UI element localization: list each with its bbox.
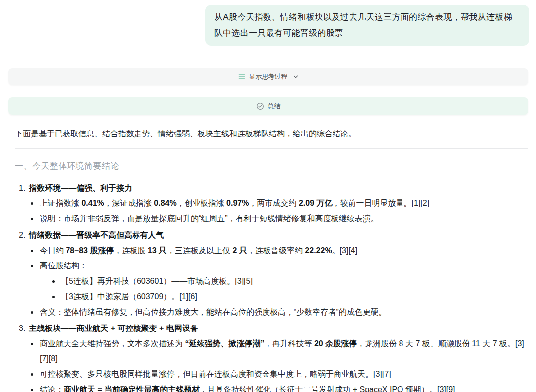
circled-check-icon — [256, 102, 264, 110]
list-item: 1.指数环境——偏强、利于接力上证指数涨 0.41%，深证成指涨 0.84%，创… — [15, 180, 528, 226]
bold-text: 13 只 — [148, 246, 167, 255]
list-item-number: 3. — [19, 324, 25, 332]
bullet-item: 说明：市场并非弱反弹，而是放量探底回升的“红周五”，有利于短线情绪修复和高度板继… — [40, 211, 528, 226]
bold-text: 0.84% — [154, 199, 176, 207]
sub-bullet-list: 【5连板】再升科技（603601）——市场高度板。[3][5]【3连板】中源家居… — [40, 274, 528, 304]
list-item-heading: 1.指数环境——偏强、利于接力 — [19, 180, 528, 196]
bullet-item: 商业航天全天维持强势，文本多次描述为 “延续强势、掀涨停潮”，再升科技等 20 … — [40, 336, 528, 366]
text: ，深证成指涨 — [104, 199, 154, 207]
text: 【5连板】再升科技（603601）——市场高度板。[3][5] — [61, 277, 253, 285]
show-thinking-label: 显示思考过程 — [249, 72, 288, 81]
text: ，连板股 — [114, 246, 147, 255]
bold-text: 22.22% — [305, 246, 332, 255]
text: ，较前一日明显放量。[1][2] — [333, 199, 430, 207]
user-message-text: 从A股今天指数、情绪和板块以及过去几天这三方面的综合表现，帮我从连板梯队中选出一… — [214, 12, 512, 38]
list-item-heading: 3.主线板块——商业航天 + 可控核聚变 + 电网设备 — [19, 321, 528, 336]
bullet-item: 今日约 78–83 股涨停，连板股 13 只，三连板及以上仅 2 只，连板晋级率… — [40, 243, 528, 258]
bullet-list: 上证指数涨 0.41%，深证成指涨 0.84%，创业板指涨 0.97%，两市成交… — [19, 196, 528, 226]
bullet-item: 可控核聚变、多只核电股同样批量涨停，但目前在连板高度和资金集中度上，略弱于商业航… — [40, 367, 528, 382]
text: ，两市成交约 — [249, 199, 298, 207]
bold-text: 20 余股涨停 — [314, 339, 357, 348]
text: ，三连板及以上仅 — [167, 246, 232, 255]
show-thinking-toggle[interactable]: 显示思考过程 — [8, 68, 528, 85]
bold-text: 0.97% — [226, 199, 249, 207]
text: ，连板晋级率约 — [247, 246, 305, 255]
text: 。[3][4] — [332, 246, 358, 255]
text: 可控核聚变、多只核电股同样批量涨停，但目前在连板高度和资金集中度上，略弱于商业航… — [40, 370, 391, 378]
text: ，且具备持续性催化（长征十二号发射成功 + SpaceX IPO 预期）。[3]… — [200, 385, 455, 392]
text: 含义：整体情绪虽有修复，但高位接力难度大，能站在高位的强度极高，“少数幸存者”的… — [40, 308, 387, 316]
list-item: 3.主线板块——商业航天 + 可控核聚变 + 电网设备商业航天全天维持强势，文本… — [15, 321, 528, 392]
text: 【3连板】中源家居（603709）。[1][6] — [61, 292, 197, 301]
bullet-list: 商业航天全天维持强势，文本多次描述为 “延续强势、掀涨停潮”，再升科技等 20 … — [19, 336, 528, 392]
list-item-heading: 2.情绪数据——晋级率不高但高标有人气 — [19, 227, 528, 243]
bold-text: 0.41% — [81, 199, 104, 207]
bullet-list: 今日约 78–83 股涨停，连板股 13 只，三连板及以上仅 2 只，连板晋级率… — [19, 243, 528, 320]
user-message-bubble: 从A股今天指数、情绪和板块以及过去几天这三方面的综合表现，帮我从连板梯队中选出一… — [205, 5, 529, 46]
bullet-item: 上证指数涨 0.41%，深证成指涨 0.84%，创业板指涨 0.97%，两市成交… — [40, 196, 528, 211]
text: 今日约 — [40, 246, 66, 255]
bold-text: 商业航天 = 当前确定性最高的主线题材 — [64, 385, 200, 392]
bullet-item: 含义：整体情绪虽有修复，但高位接力难度大，能站在高位的强度极高，“少数幸存者”的… — [40, 305, 528, 320]
list-item-number: 2. — [19, 231, 25, 239]
text: ，再升科技等 — [264, 339, 314, 348]
conclusion-list: 1.指数环境——偏强、利于接力上证指数涨 0.41%，深证成指涨 0.84%，创… — [15, 180, 528, 392]
text: ，创业板指涨 — [177, 199, 226, 207]
list-item-title: 指数环境——偏强、利于接力 — [29, 184, 132, 192]
bullet-item: 【5连板】再升科技（603601）——市场高度板。[3][5] — [61, 274, 528, 289]
section-title: 一、今天整体环境简要结论 — [15, 160, 528, 172]
intro-paragraph: 下面是基于已获取信息、结合指数走势、情绪强弱、板块主线和连板梯队结构，给出的综合… — [15, 128, 528, 140]
text: 说明：市场并非弱反弹，而是放量探底回升的“红周五”，有利于短线情绪修复和高度板继… — [40, 214, 379, 223]
list-item: 2.情绪数据——晋级率不高但高标有人气今日约 78–83 股涨停，连板股 13 … — [15, 227, 528, 320]
bullet-item: 高位股结构：【5连板】再升科技（603601）——市场高度板。[3][5]【3连… — [40, 259, 528, 304]
bold-text: “延续强势、掀涨停潮” — [185, 339, 264, 348]
list-item-title: 主线板块——商业航天 + 可控核聚变 + 电网设备 — [29, 324, 198, 332]
text: 商业航天全天维持强势，文本多次描述为 — [40, 339, 185, 348]
text: 上证指数涨 — [40, 199, 81, 207]
chat-page: 从A股今天指数、情绪和板块以及过去几天这三方面的综合表现，帮我从连板梯队中选出一… — [0, 0, 536, 392]
bold-text: 2.09 万亿 — [299, 199, 333, 207]
text: 高位股结构： — [40, 261, 87, 270]
user-message-row: 从A股今天指数、情绪和板块以及过去几天这三方面的综合表现，帮我从连板梯队中选出一… — [0, 0, 536, 46]
summary-toggle[interactable]: 总结 — [8, 97, 528, 115]
divider — [15, 148, 528, 149]
list-item-title: 情绪数据——晋级率不高但高标有人气 — [29, 231, 164, 239]
list-item-number: 1. — [19, 184, 25, 192]
chevron-down-icon — [293, 74, 299, 80]
summary-label: 总结 — [268, 102, 281, 111]
text: 结论： — [40, 385, 64, 392]
bold-text: 78–83 股涨停 — [66, 246, 114, 255]
list-icon — [238, 73, 245, 80]
bold-text: 2 只 — [233, 246, 247, 255]
bullet-item: 【3连板】中源家居（603709）。[1][6] — [61, 289, 528, 304]
bullet-item: 结论：商业航天 = 当前确定性最高的主线题材，且具备持续性催化（长征十二号发射成… — [40, 382, 528, 392]
